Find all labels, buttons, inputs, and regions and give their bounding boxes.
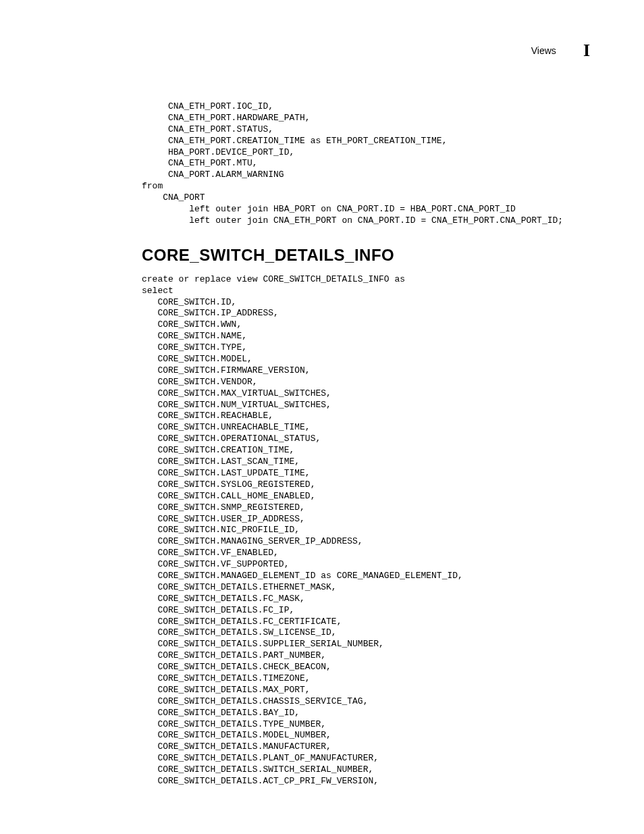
page-header: Views I: [54, 41, 590, 61]
main-content: CNA_ETH_PORT.IOC_ID, CNA_ETH_PORT.HARDWA…: [142, 101, 590, 787]
header-section-letter: I: [583, 41, 590, 61]
section-heading: CORE_SWITCH_DETAILS_INFO: [142, 246, 590, 265]
code-block-main: create or replace view CORE_SWITCH_DETAI…: [142, 274, 590, 787]
code-block-top: CNA_ETH_PORT.IOC_ID, CNA_ETH_PORT.HARDWA…: [142, 101, 590, 227]
header-section-label: Views: [531, 45, 556, 56]
